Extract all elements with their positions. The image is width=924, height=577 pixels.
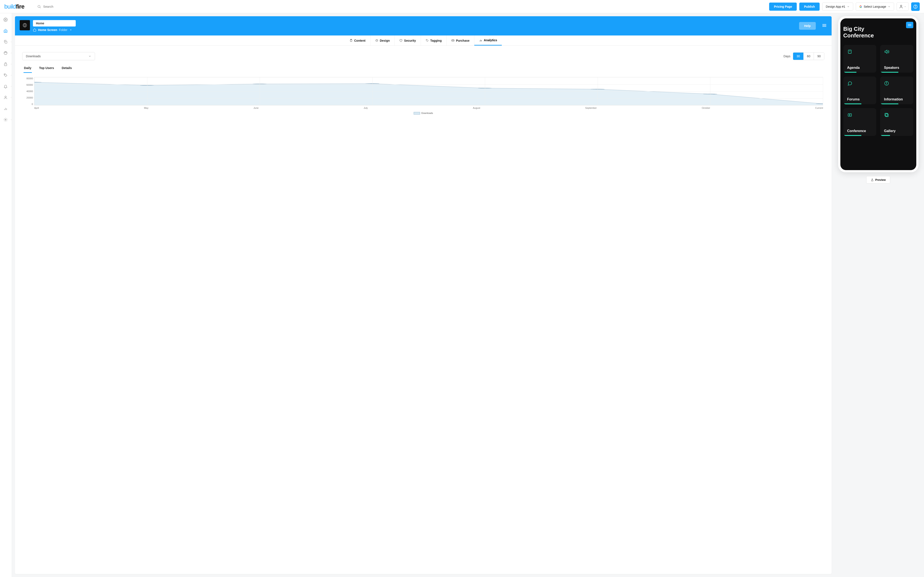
svg-point-4: [915, 7, 916, 8]
design-app-label: Design App #1: [826, 5, 845, 8]
svg-point-0: [38, 5, 40, 8]
logo-part-1: build: [4, 3, 16, 10]
logo[interactable]: buildfire: [4, 3, 24, 10]
help-button[interactable]: [911, 2, 920, 11]
question-icon: [913, 5, 918, 9]
select-language-label: Select Language: [864, 5, 886, 8]
chevron-down-icon: [888, 5, 890, 8]
logo-part-2: fire: [16, 3, 24, 10]
topbar-actions: Pricing Page Publish Design App #1 Selec…: [769, 2, 920, 11]
search-icon: [37, 5, 41, 8]
svg-line-1: [40, 7, 40, 8]
pricing-page-button[interactable]: Pricing Page: [769, 3, 797, 11]
select-language-dropdown[interactable]: Select Language: [856, 3, 894, 11]
search-wrap[interactable]: [37, 5, 769, 8]
svg-point-2: [900, 5, 902, 6]
topbar: buildfire Pricing Page Publish Design Ap…: [0, 0, 924, 13]
user-menu-button[interactable]: [897, 2, 909, 11]
user-icon: [899, 5, 903, 9]
search-input[interactable]: [43, 5, 107, 8]
publish-button[interactable]: Publish: [799, 3, 820, 11]
chevron-down-icon: [847, 5, 850, 8]
chevron-down-icon: [904, 6, 906, 8]
google-g-icon: [859, 5, 862, 8]
design-app-dropdown[interactable]: Design App #1: [822, 3, 853, 11]
